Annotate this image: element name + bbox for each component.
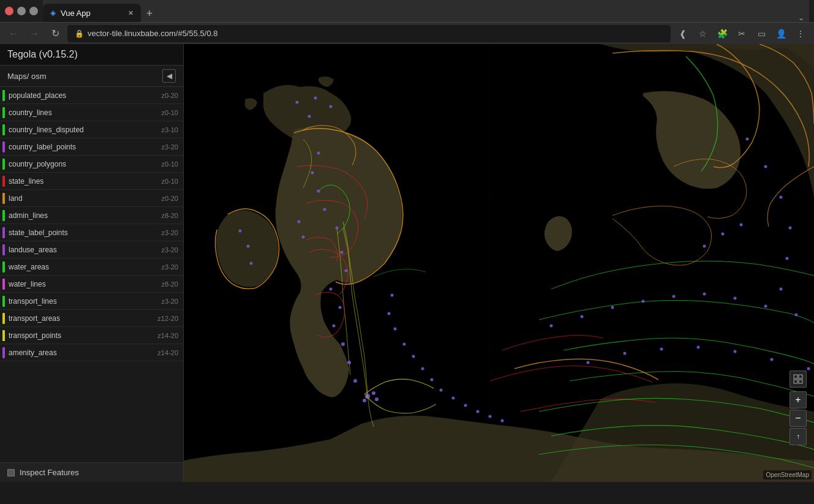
layer-color-indicator xyxy=(2,261,5,273)
layer-name: transport_areas xyxy=(9,314,155,323)
layer-item[interactable]: country_polygons z0-10 xyxy=(0,156,183,173)
tab-close-button[interactable]: ✕ xyxy=(128,9,134,17)
layer-zoom-range: z8-20 xyxy=(161,212,178,219)
layer-item[interactable]: transport_points z14-20 xyxy=(0,327,183,344)
svg-point-4 xyxy=(333,325,336,328)
layer-item[interactable]: state_label_points z3-20 xyxy=(0,224,183,241)
layer-color-indicator xyxy=(2,90,5,101)
layer-zoom-range: z0-20 xyxy=(161,195,178,202)
layer-item[interactable]: populated_places z0-20 xyxy=(0,87,183,104)
layer-item[interactable]: country_lines z0-10 xyxy=(0,104,183,121)
layer-zoom-range: z8-20 xyxy=(161,280,178,288)
profile-button[interactable]: 👤 xyxy=(772,25,790,42)
maximize-button[interactable] xyxy=(29,7,38,15)
url-text: vector-tile.linuxbabe.com/#5/55.5/0.8 xyxy=(88,29,217,38)
layer-name: water_lines xyxy=(9,280,159,288)
layer-zoom-range: z3-20 xyxy=(161,246,178,254)
svg-point-19 xyxy=(403,343,406,346)
svg-point-30 xyxy=(372,391,375,395)
layer-item[interactable]: state_lines z0-10 xyxy=(0,173,183,190)
layer-item[interactable]: water_areas z3-20 xyxy=(0,258,183,276)
grid-button[interactable] xyxy=(790,370,807,388)
svg-point-32 xyxy=(363,399,366,402)
map-canvas[interactable] xyxy=(184,44,814,482)
svg-point-8 xyxy=(341,251,344,254)
map-controls: + − ↑ xyxy=(790,370,807,445)
tab-more-button[interactable]: ⌄ xyxy=(793,13,809,22)
layer-item[interactable]: transport_lines z3-20 xyxy=(0,293,183,310)
layer-item[interactable]: country_lines_disputed z3-10 xyxy=(0,121,183,138)
layer-color-indicator xyxy=(2,124,5,135)
new-tab-button[interactable]: + xyxy=(141,5,158,22)
inspect-label: Inspect Features xyxy=(20,468,79,477)
layer-color-indicator xyxy=(2,107,5,118)
collapse-sidebar-button[interactable]: ◀ xyxy=(162,69,176,83)
svg-rect-77 xyxy=(794,380,797,383)
zoom-in-button[interactable]: + xyxy=(790,391,807,408)
browser-tab[interactable]: ◈ Vue App ✕ xyxy=(43,4,141,22)
svg-point-7 xyxy=(345,269,348,273)
svg-point-22 xyxy=(431,378,434,382)
forward-button[interactable]: → xyxy=(26,25,43,42)
layer-item[interactable]: amenity_areas z14-20 xyxy=(0,344,183,361)
bookmark-button[interactable]: ☆ xyxy=(694,25,711,42)
svg-point-57 xyxy=(660,348,663,351)
svg-point-5 xyxy=(339,306,342,309)
svg-point-21 xyxy=(421,367,424,370)
layer-color-indicator xyxy=(2,347,5,358)
layer-item[interactable]: country_label_points z3-20 xyxy=(0,138,183,156)
url-input[interactable]: 🔒 vector-tile.linuxbabe.com/#5/55.5/0.8 xyxy=(67,25,671,42)
svg-point-31 xyxy=(375,397,379,401)
menu-button[interactable]: ⋮ xyxy=(792,25,809,42)
svg-point-35 xyxy=(611,306,614,309)
layer-name: transport_lines xyxy=(9,297,159,306)
layer-zoom-range: z0-10 xyxy=(161,160,178,168)
svg-point-59 xyxy=(734,350,737,353)
svg-rect-76 xyxy=(799,375,802,378)
layer-item[interactable]: water_lines z8-20 xyxy=(0,276,183,293)
minimize-button[interactable] xyxy=(17,7,26,15)
svg-point-15 xyxy=(298,220,301,224)
svg-point-18 xyxy=(394,328,397,331)
maps-header: Maps/ osm ◀ xyxy=(0,66,183,87)
sidebar: Tegola (v0.15.2) Maps/ osm ◀ populated_p… xyxy=(0,44,184,482)
layer-item[interactable]: land z0-20 xyxy=(0,190,183,207)
layer-zoom-range: z3-20 xyxy=(161,229,178,236)
svg-point-20 xyxy=(412,355,415,358)
extension-button[interactable]: 🧩 xyxy=(714,25,731,42)
reload-button[interactable]: ↻ xyxy=(47,25,64,42)
capture-button[interactable]: ✂ xyxy=(733,25,750,42)
layer-zoom-range: z3-20 xyxy=(161,298,178,305)
app-title: Tegola (v0.15.2) xyxy=(7,49,78,60)
svg-point-64 xyxy=(330,105,333,108)
share-button[interactable]: ❰ xyxy=(674,25,692,42)
svg-point-60 xyxy=(771,358,774,361)
svg-point-58 xyxy=(697,346,700,349)
back-button[interactable]: ← xyxy=(5,25,22,42)
svg-point-46 xyxy=(786,257,789,260)
reset-north-button[interactable]: ↑ xyxy=(790,428,807,445)
layer-item[interactable]: admin_lines z8-20 xyxy=(0,207,183,224)
svg-point-33 xyxy=(550,325,553,328)
layer-name: country_lines xyxy=(9,108,159,117)
layer-name: state_label_points xyxy=(9,228,159,237)
svg-point-38 xyxy=(703,293,706,296)
inspect-features-bar[interactable]: Inspect Features xyxy=(0,462,183,482)
zoom-out-button[interactable]: − xyxy=(790,410,807,427)
layer-zoom-range: z14-20 xyxy=(157,349,178,356)
sidebar-toggle-button[interactable]: ▭ xyxy=(753,25,770,42)
svg-point-47 xyxy=(780,288,783,291)
close-button[interactable] xyxy=(5,7,13,15)
layer-name: amenity_areas xyxy=(9,348,155,357)
svg-point-10 xyxy=(323,208,326,211)
map-container[interactable]: + − ↑ OpenStreetMap xyxy=(184,44,814,482)
layer-item[interactable]: landuse_areas z3-20 xyxy=(0,241,183,258)
layer-name: country_label_points xyxy=(9,143,159,151)
svg-point-3 xyxy=(353,379,357,383)
layer-item[interactable]: transport_areas z12-20 xyxy=(0,310,183,327)
toolbar-icons: ❰ ☆ 🧩 ✂ ▭ 👤 ⋮ xyxy=(674,25,809,42)
layer-zoom-range: z0-10 xyxy=(161,178,178,185)
maps-label: Maps/ osm xyxy=(7,72,47,81)
layer-color-indicator xyxy=(2,244,5,255)
inspect-checkbox[interactable] xyxy=(7,469,15,476)
